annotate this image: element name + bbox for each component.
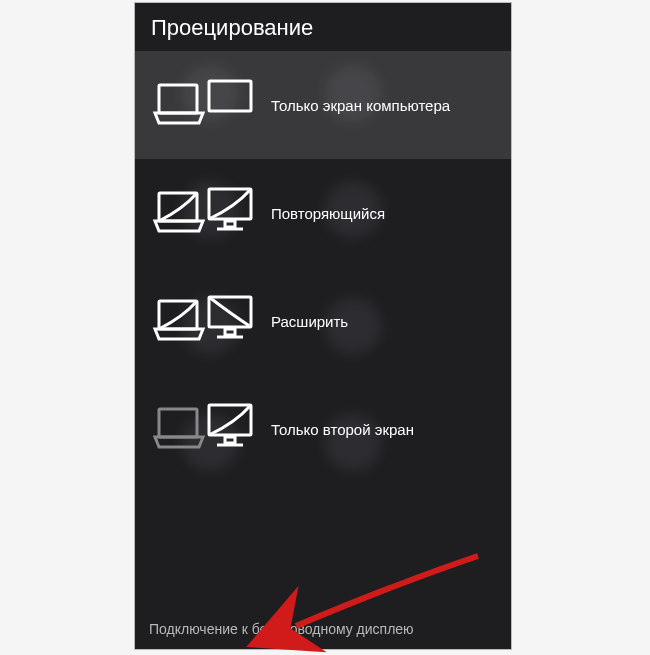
extend-icon <box>157 295 253 347</box>
svg-rect-4 <box>225 221 235 227</box>
connect-wireless-display-link[interactable]: Подключение к беспроводному дисплею <box>135 611 511 649</box>
svg-rect-12 <box>225 437 235 443</box>
option-label: Только второй экран <box>271 421 414 438</box>
option-label: Повторяющийся <box>271 205 385 222</box>
option-duplicate[interactable]: Повторяющийся <box>135 159 511 267</box>
option-label: Только экран компьютера <box>271 97 450 114</box>
panel-title: Проецирование <box>135 3 511 51</box>
svg-rect-10 <box>159 409 197 437</box>
svg-rect-1 <box>209 81 251 111</box>
svg-rect-0 <box>159 85 197 113</box>
option-pc-screen-only[interactable]: Только экран компьютера <box>135 51 511 159</box>
projection-options: Только экран компьютера Повторяющийся <box>135 51 511 611</box>
pc-screen-only-icon <box>157 79 253 131</box>
option-label: Расширить <box>271 313 348 330</box>
second-screen-only-icon <box>157 403 253 455</box>
option-second-screen-only[interactable]: Только второй экран <box>135 375 511 483</box>
svg-rect-8 <box>225 329 235 335</box>
option-extend[interactable]: Расширить <box>135 267 511 375</box>
duplicate-icon <box>157 187 253 239</box>
projection-panel-window: Проецирование Только экран компьютера <box>134 2 512 650</box>
projection-panel: Проецирование Только экран компьютера <box>135 3 511 649</box>
